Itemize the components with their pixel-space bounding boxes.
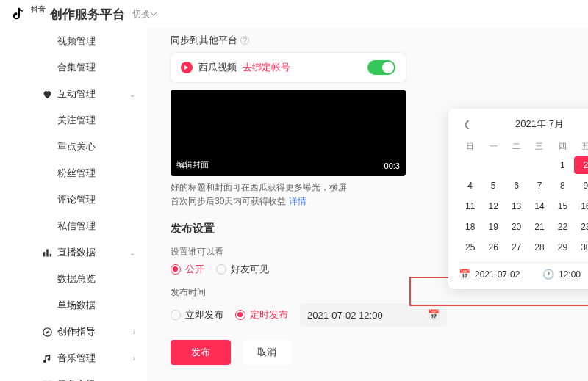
heart-icon [41,88,53,100]
calendar-icon: 📅 [459,269,470,280]
brand-small: 抖音 [31,4,46,15]
calendar-day[interactable]: 22 [551,218,574,236]
platform-name: 西瓜视频 [198,61,237,74]
chevron-down-icon: ⌄ [129,249,135,257]
publish-now-radio[interactable]: 立即发布 [171,308,223,322]
calendar-dow: 四 [551,138,574,155]
scheduled-datetime-input[interactable] [300,303,447,327]
sidebar-item-comments[interactable]: 评论管理 [0,186,147,213]
svg-rect-0 [43,252,45,256]
calendar-day[interactable]: 14 [528,197,551,215]
compass-icon [41,326,53,338]
calendar-title: 2021年 7月 [515,117,564,131]
calendar-day[interactable]: 5 [481,177,504,195]
calendar-dow: 五 [574,138,588,155]
calendar-dow-row: 日一二三四五六 [459,138,588,155]
edit-cover-label[interactable]: 编辑封面 [176,159,209,170]
calendar-icon[interactable]: 📅 [428,309,440,320]
picker-date-field[interactable]: 📅 2021-07-02 [459,269,537,280]
brand-logo: 抖音 创作服务平台 [12,4,125,23]
sidebar-group-guide[interactable]: 创作指导 › [0,319,147,345]
sidebar-item-dm[interactable]: 私信管理 [0,213,147,239]
publish-scheduled-radio[interactable]: 定时发布 [235,308,288,322]
radio-icon [216,264,226,275]
calendar-day[interactable]: 19 [481,218,504,236]
calendar-day[interactable]: 30 [574,239,588,256]
calendar-day[interactable]: 13 [505,197,528,215]
calendar-day[interactable]: 29 [551,239,574,256]
calendar-day[interactable]: 23 [574,218,588,236]
chevron-down-icon: ⌄ [129,90,135,98]
calendar-day[interactable]: 11 [459,197,481,215]
video-duration: 00:3 [384,162,400,170]
sidebar-item-follow[interactable]: 关注管理 [0,107,147,134]
calendar-day[interactable]: 20 [505,218,528,236]
prev-month-button[interactable]: ❮ [459,119,475,129]
brand-title: 创作服务平台 [50,6,125,23]
sidebar-group-market[interactable]: 服务市场 [0,371,147,381]
calendar-day[interactable]: 9 [574,177,588,195]
douyin-icon [12,6,28,22]
sync-description: 好的标题和封面可在西瓜获得更多曝光，横屏 首次同步后30天内可获得收益 详情 [171,181,406,208]
video-preview[interactable]: 编辑封面 00:3 [171,90,406,176]
publish-button[interactable]: 发布 [171,340,231,365]
sidebar-group-music[interactable]: 音乐管理 › [0,345,147,371]
sidebar-item-focus[interactable]: 重点关心 [0,134,147,160]
calendar-day[interactable]: 8 [551,177,574,195]
switch-link[interactable]: 切换 [132,8,157,21]
radio-icon [171,264,181,275]
help-icon[interactable]: ? [240,36,249,45]
sync-section-title: 同步到其他平台 ? [171,34,564,47]
sidebar-item-single-session[interactable]: 单场数据 [0,292,147,319]
calendar-day[interactable]: 12 [481,197,504,215]
detail-link[interactable]: 详情 [289,196,306,206]
calendar-day[interactable]: 28 [528,239,551,256]
sidebar: 视频管理 合集管理 互动管理 ⌄ 关注管理 重点关心 粉丝管理 评论管理 私信管… [0,28,147,381]
main-content: 同步到其他平台 ? 西瓜视频 去绑定帐号 编辑封面 00:3 [147,28,588,381]
sidebar-item-data-overview[interactable]: 数据总览 [0,266,147,292]
svg-rect-2 [49,253,51,256]
calendar-day[interactable]: 26 [481,239,504,256]
calendar-day[interactable]: 18 [459,218,481,236]
sidebar-group-live[interactable]: 直播数据 ⌄ [0,239,147,266]
sidebar-item-fans[interactable]: 粉丝管理 [0,160,147,186]
cancel-button[interactable]: 取消 [243,340,291,365]
calendar-day[interactable]: 1 [551,156,574,174]
calendar-dow: 一 [481,138,504,155]
bind-account-link[interactable]: 去绑定帐号 [243,61,290,74]
visibility-friends[interactable]: 好友可见 [216,263,269,276]
calendar-dow: 三 [528,138,551,155]
chevron-right-icon: › [133,328,135,336]
music-icon [41,352,53,364]
chevron-down-icon [150,10,157,18]
visibility-public[interactable]: 公开 [171,263,204,276]
sidebar-group-interact[interactable]: 互动管理 ⌄ [0,81,147,107]
calendar-day[interactable]: 2 [574,156,588,174]
calendar-dow: 日 [459,138,481,155]
chevron-right-icon: › [133,355,135,363]
calendar-day[interactable]: 25 [459,239,481,256]
header-bar: 抖音 创作服务平台 切换 [0,0,588,28]
sync-toggle[interactable] [368,60,395,75]
calendar-day[interactable]: 16 [574,197,588,215]
date-picker-popover: ❮ 2021年 7月 ❯ 日一二三四五六 1234567891011121314… [448,109,588,289]
calendar-day[interactable]: 15 [551,197,574,215]
sync-card: 西瓜视频 去绑定帐号 [171,53,406,82]
clock-icon: 🕐 [542,269,554,280]
sidebar-item-video-manage[interactable]: 视频管理 [0,28,147,54]
calendar-day[interactable]: 7 [528,177,551,195]
calendar-day[interactable]: 4 [459,177,481,195]
chart-icon [41,247,53,258]
calendar-day[interactable]: 6 [505,177,528,195]
calendar-dow: 二 [505,138,528,155]
calendar-days-grid: 1234567891011121314151617181920212223242… [459,156,588,256]
radio-icon [171,310,181,320]
radio-icon [235,310,245,320]
calendar-day[interactable]: 27 [505,239,528,256]
calendar-day[interactable]: 21 [528,218,551,236]
sidebar-item-collection-manage[interactable]: 合集管理 [0,54,147,81]
picker-time-field[interactable]: 🕐 12:00 [542,269,588,280]
xigua-icon [181,62,193,73]
svg-rect-1 [46,249,49,256]
